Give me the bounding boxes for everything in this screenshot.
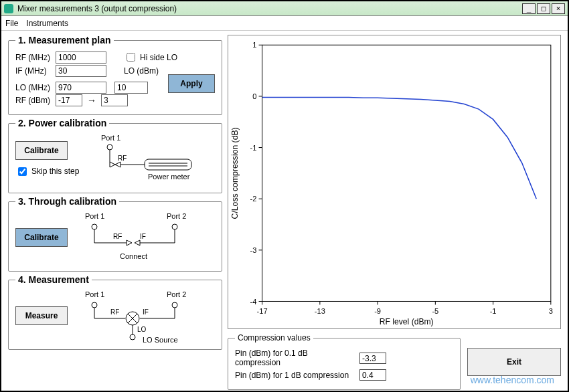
svg-text:Port 1: Port 1	[101, 134, 120, 142]
svg-text:RF level (dBm): RF level (dBm)	[380, 317, 434, 326]
svg-point-1	[107, 144, 112, 150]
measurement-group: 4. Measurement Measure Port 1 Port 2	[8, 274, 222, 350]
close-button[interactable]: ×	[552, 3, 565, 14]
svg-text:IF: IF	[143, 308, 149, 316]
svg-text:RF: RF	[113, 233, 122, 240]
svg-rect-41	[262, 45, 551, 301]
svg-marker-22	[135, 240, 140, 246]
svg-text:-1: -1	[490, 307, 497, 315]
svg-text:-4: -4	[250, 298, 257, 306]
minimize-button[interactable]: _	[522, 3, 536, 14]
hi-side-lo-label: Hi side LO	[140, 53, 177, 62]
if-mhz-label: IF (MHz)	[15, 66, 53, 76]
rf-mhz-label: RF (MHz)	[15, 53, 53, 62]
svg-point-26	[92, 302, 97, 308]
pin-1-label: Pin (dBm) for 1 dB compression	[235, 371, 355, 380]
svg-text:-3: -3	[250, 246, 257, 254]
svg-marker-21	[127, 240, 132, 246]
measure-button[interactable]: Measure	[15, 306, 68, 325]
rf-dbm-to-input[interactable]	[101, 94, 128, 106]
exit-button[interactable]: Exit	[467, 348, 561, 376]
if-mhz-input[interactable]	[56, 65, 106, 77]
window-title: Mixer measurements 3 (output compression…	[17, 4, 522, 13]
svg-text:0: 0	[252, 92, 256, 100]
lo-dbm-label: LO (dBm)	[124, 66, 159, 76]
svg-text:-1: -1	[250, 144, 257, 152]
svg-text:Port 2: Port 2	[167, 290, 186, 298]
pin-01-label: Pin (dBm) for 0.1 dB compression	[235, 349, 355, 367]
svg-text:-13: -13	[315, 307, 325, 315]
svg-text:LO Source: LO Source	[143, 336, 178, 344]
apply-button[interactable]: Apply	[168, 74, 215, 93]
app-window: Mixer measurements 3 (output compression…	[0, 0, 569, 392]
pin-01-value: -3.3	[359, 353, 386, 364]
lo-mhz-label: LO (MHz)	[15, 83, 53, 92]
menu-file[interactable]: File	[5, 19, 18, 28]
power-calibration-legend: 2. Power calibration	[15, 118, 109, 128]
through-calibration-group: 3. Through calibration Calibrate Port 1 …	[8, 196, 222, 272]
svg-point-39	[130, 334, 135, 340]
skip-step-checkbox[interactable]	[18, 167, 27, 176]
svg-text:Power meter: Power meter	[148, 173, 190, 181]
svg-marker-4	[110, 162, 115, 167]
measurement-plan-legend: 1. Measurement plan	[15, 35, 114, 45]
lo-dbm-input[interactable]	[114, 82, 148, 94]
svg-point-27	[172, 302, 177, 308]
menubar: File Instruments	[1, 16, 568, 31]
chart: -17-13-9-5-13-4-3-2-101RF level (dBm)C/L…	[228, 35, 561, 329]
power-calibration-group: 2. Power calibration Calibrate Skip this…	[8, 118, 222, 193]
svg-text:RF: RF	[110, 308, 119, 316]
lo-mhz-input[interactable]	[56, 82, 106, 94]
rf-mhz-input[interactable]	[56, 52, 106, 64]
through-calibrate-button[interactable]: Calibrate	[15, 228, 68, 247]
svg-text:-9: -9	[374, 307, 381, 315]
rf-dbm-from-input[interactable]	[56, 94, 82, 106]
compression-values-group: Compression values Pin (dBm) for 0.1 dB …	[228, 333, 461, 390]
svg-text:Port 2: Port 2	[167, 212, 186, 220]
measurement-plan-group: 1. Measurement plan RF (MHz) Hi side LO …	[8, 35, 222, 115]
compression-legend: Compression values	[235, 333, 313, 342]
svg-text:-2: -2	[250, 195, 257, 203]
svg-text:Port 1: Port 1	[85, 212, 104, 220]
svg-text:RF: RF	[118, 155, 127, 162]
svg-text:-5: -5	[432, 307, 438, 315]
pin-1-value: 0.4	[359, 369, 386, 381]
measurement-legend: 4. Measurement	[15, 274, 92, 285]
svg-point-13	[92, 224, 97, 229]
svg-text:Port 1: Port 1	[85, 290, 104, 298]
svg-marker-5	[115, 162, 120, 167]
app-icon	[4, 4, 13, 13]
svg-text:3: 3	[549, 307, 553, 315]
skip-step-label: Skip this step	[31, 167, 79, 176]
hi-side-lo-checkbox[interactable]	[127, 53, 135, 62]
svg-point-14	[172, 224, 177, 229]
titlebar: Mixer measurements 3 (output compression…	[1, 1, 568, 16]
svg-text:C/Loss compression (dB): C/Loss compression (dB)	[230, 127, 240, 219]
power-cal-diagram: Port 1 RF Power meter	[84, 132, 215, 186]
maximize-button[interactable]: □	[537, 3, 550, 14]
svg-text:-17: -17	[257, 307, 268, 315]
svg-text:IF: IF	[140, 233, 146, 240]
measurement-diagram: Port 1 Port 2 RF IF	[73, 289, 215, 342]
through-calibration-legend: 3. Through calibration	[15, 196, 119, 207]
through-cal-diagram: Port 1 Port 2 RF IF Conn	[73, 211, 215, 264]
rf-dbm-label: RF (dBm)	[15, 96, 53, 105]
svg-rect-7	[145, 159, 191, 170]
power-calibrate-button[interactable]: Calibrate	[15, 141, 68, 160]
svg-text:1: 1	[252, 41, 256, 49]
arrow-icon: →	[85, 95, 98, 106]
menu-instruments[interactable]: Instruments	[26, 19, 68, 28]
svg-text:Connect: Connect	[120, 252, 147, 260]
svg-text:LO: LO	[137, 326, 147, 333]
